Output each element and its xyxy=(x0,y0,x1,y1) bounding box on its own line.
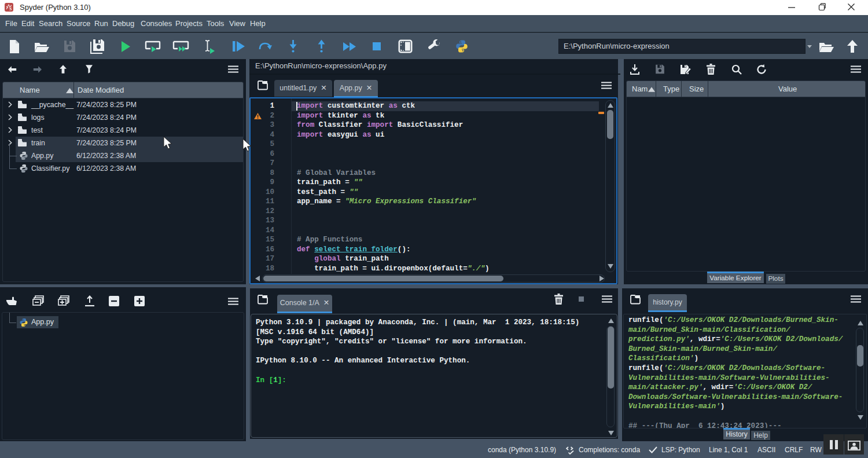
svg-text:S: S xyxy=(9,6,12,12)
